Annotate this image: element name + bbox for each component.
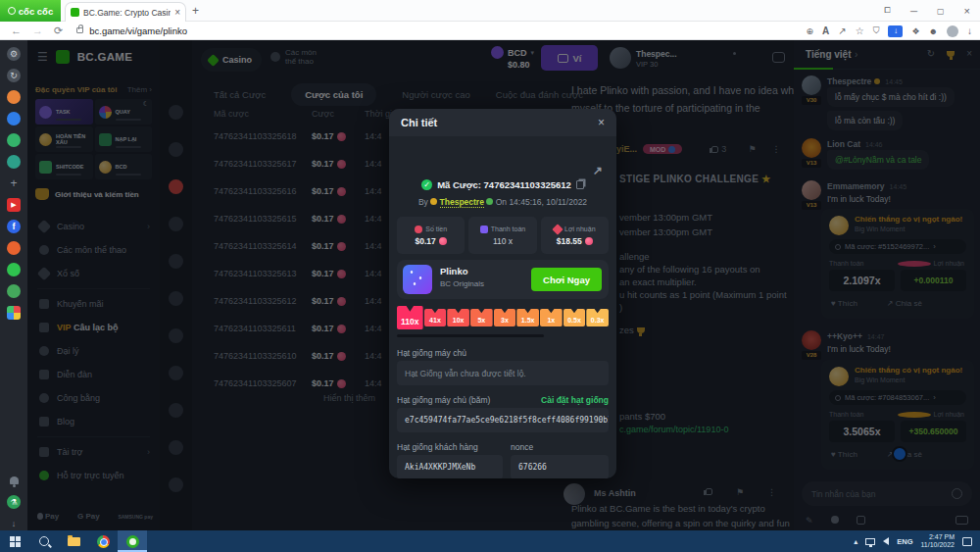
browser-side-rail: ⚙ ↻ + ▶ f ⚗ ↓ <box>0 40 27 530</box>
multiplier-chip: 1x <box>540 309 563 326</box>
plinko-thumbnail[interactable] <box>403 265 432 294</box>
url-text[interactable]: bc.game/vi/game/plinko <box>89 25 187 36</box>
messenger-shortcut-icon[interactable] <box>7 133 21 147</box>
forward-icon[interactable]: → <box>32 25 43 36</box>
croc-emoji-icon <box>486 198 493 205</box>
client-seed-label: Hạt giống khách hàng <box>397 442 478 452</box>
lock-icon[interactable] <box>76 27 83 33</box>
window-controls: ⧠ ─ ▢ × <box>885 0 971 22</box>
gear-icon[interactable]: ⚙ <box>7 47 21 61</box>
modal-title: Chi tiết <box>401 117 437 128</box>
downloads-icon[interactable]: ↓ <box>967 25 972 36</box>
apps-grid-icon[interactable] <box>7 306 21 320</box>
save-page-icon[interactable]: ⊕ <box>807 26 814 36</box>
share-icon[interactable]: ↗ <box>838 25 846 36</box>
bookmark-star-icon[interactable]: ☆ <box>856 25 864 36</box>
reload-icon[interactable]: ⟳ <box>54 25 63 37</box>
stat-payout: Thanh toán 110 x <box>468 217 536 254</box>
download-manager-icon[interactable]: ↓ <box>888 25 903 37</box>
taskbar-clock[interactable]: 2:47 PM11/10/2022 <box>920 533 955 549</box>
multiplier-chip: 0.5x <box>564 309 586 326</box>
modal-close-icon[interactable]: × <box>598 116 605 129</box>
multiplier-chip: 110x <box>397 306 423 329</box>
network-icon[interactable] <box>865 538 875 545</box>
notifications-bell-icon[interactable] <box>7 474 21 487</box>
favorites-icon[interactable] <box>7 90 21 104</box>
minimize-button[interactable]: ─ <box>910 6 917 17</box>
rail-download-icon[interactable]: ↓ <box>7 517 21 530</box>
stat-amount: Số tiền $0.17 <box>397 217 465 254</box>
seed-settings-link[interactable]: Cài đặt hạt giống <box>541 395 609 405</box>
new-tab-button[interactable]: + <box>192 4 199 18</box>
history-icon[interactable]: ↻ <box>7 69 21 82</box>
toolbar-icons: ⊕ A ↗ ☆ ⛉ ↓ ❖ ☻ ↓ <box>807 22 972 40</box>
token-icon <box>439 237 447 245</box>
stat-profit: Lợi nhuận $18.55 <box>541 217 609 254</box>
multiplier-chip: 10x <box>447 309 469 326</box>
multiplier-chip: 3x <box>494 309 516 326</box>
chat-shortcut-icon[interactable] <box>7 155 21 169</box>
add-shortcut-icon[interactable]: + <box>7 176 21 190</box>
bet-id-row: ✓ Mã Cược: 74762341103325612 <box>389 179 616 190</box>
bet-id: Mã Cược: 74762341103325612 <box>437 179 571 190</box>
wallet-icon <box>480 226 488 233</box>
server-seed-hash-field[interactable]: e7c459474fa77ae5ce9e6218f5f8ceff4086f991… <box>397 408 609 432</box>
windows-taskbar: ▴ ENG 2:47 PM11/10/2022 <box>0 530 980 552</box>
medal-icon <box>430 198 437 205</box>
browser-brand[interactable]: cốc cốc <box>0 0 61 22</box>
tab-title: BC.Game: Crypto Casino Ga <box>83 8 171 18</box>
multiplier-chip: 5x <box>470 309 493 326</box>
file-explorer-icon[interactable] <box>59 530 88 552</box>
profiles-icon[interactable]: ☻ <box>929 26 938 36</box>
back-icon[interactable]: ← <box>11 25 22 36</box>
brand-label: cốc cốc <box>19 6 53 17</box>
maximize-button[interactable]: ▢ <box>937 7 945 16</box>
player-link[interactable]: Thespectre <box>440 197 484 208</box>
system-tray: ▴ ENG 2:47 PM11/10/2022 <box>854 533 980 549</box>
tray-expand-icon[interactable]: ▴ <box>854 537 858 546</box>
extensions-icon[interactable]: ❖ <box>911 26 919 36</box>
facebook-shortcut-icon[interactable]: f <box>7 220 21 233</box>
server-seed-hash-label: Hạt giống máy chủ (băm) <box>397 395 490 405</box>
action-center-icon[interactable] <box>962 537 972 546</box>
lab-icon[interactable]: ⚗ <box>7 495 21 509</box>
shopee-shortcut-icon[interactable] <box>7 241 21 255</box>
adblock-shield-icon[interactable]: ⛉ <box>873 25 880 36</box>
active-tab[interactable]: BC.Game: Crypto Casino Ga × <box>65 2 186 22</box>
chrome-icon[interactable] <box>88 530 118 552</box>
page: ☰ BC.GAME Đặc quyền VIP của tôi Thêm › T… <box>27 40 980 530</box>
start-button[interactable] <box>0 530 29 552</box>
close-button[interactable]: × <box>964 5 970 17</box>
game-provider: BC Originals <box>440 279 484 288</box>
server-seed-field[interactable]: Hạt Giống vẫn chưa được tiết lộ. <box>397 361 609 385</box>
site-favicon-icon <box>71 8 79 17</box>
diamond-icon <box>552 224 563 234</box>
nonce-label: nonce <box>511 442 533 452</box>
modal-header: Chi tiết × <box>389 109 616 136</box>
client-seed-field[interactable]: AkiA4XKKPJMXeNb <box>397 455 503 478</box>
tab-search-icon[interactable]: ⧠ <box>885 6 891 16</box>
zalo-shortcut-icon[interactable] <box>7 112 21 125</box>
zing-shortcut-icon[interactable] <box>7 284 21 298</box>
bet-stats: Số tiền $0.17 Thanh toán 110 x Lợi nhuận… <box>397 217 609 254</box>
input-language[interactable]: ENG <box>897 537 912 546</box>
tab-close-icon[interactable]: × <box>174 7 180 18</box>
nonce-field[interactable]: 676266 <box>511 455 609 478</box>
translate-icon[interactable]: A <box>822 25 829 36</box>
modal-share-icon[interactable]: ↗ <box>593 164 603 177</box>
browser-avatar[interactable] <box>947 25 958 37</box>
taskbar-search-icon[interactable] <box>29 530 59 552</box>
youtube-shortcut-icon[interactable]: ▶ <box>7 198 21 212</box>
coccoc-taskbar-icon[interactable] <box>118 530 147 552</box>
coins-icon <box>415 226 422 233</box>
multiplier-chip: 0.3x <box>586 309 609 326</box>
speaker-icon[interactable] <box>883 537 889 545</box>
game-name: Plinko <box>440 266 468 276</box>
play-now-button[interactable]: Chơi Ngay <box>531 268 602 291</box>
server-seed-label: Hạt giống máy chủ <box>397 348 466 358</box>
browser-tab-bar: cốc cốc BC.Game: Crypto Casino Ga × + ⧠ … <box>0 0 980 22</box>
spotify-shortcut-icon[interactable] <box>7 263 21 276</box>
game-card: Plinko BC Originals Chơi Ngay <box>397 260 609 299</box>
copy-icon[interactable] <box>576 180 584 189</box>
chips-scrollbar[interactable] <box>397 334 544 337</box>
